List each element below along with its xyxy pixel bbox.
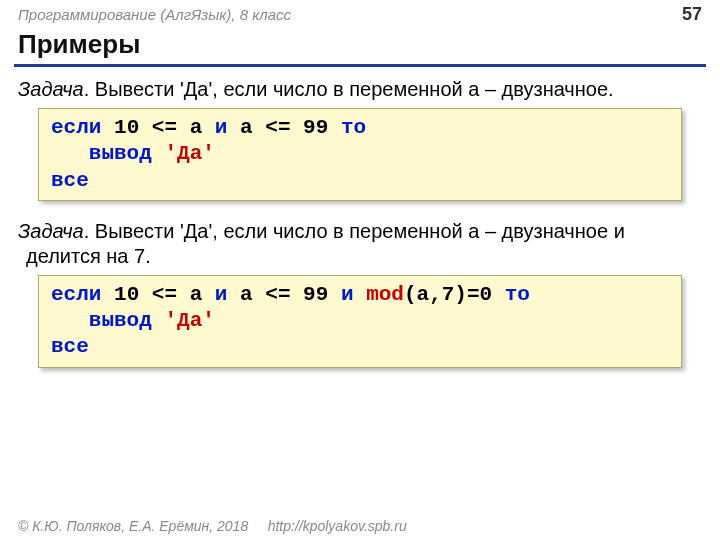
task-2-label: Задача (18, 220, 84, 242)
kw-out: вывод (89, 142, 152, 165)
task-1: Задача. Вывести 'Да', если число в перем… (18, 77, 702, 102)
code-string: 'Да' (164, 142, 214, 165)
code-text: (a,7)=0 (404, 283, 505, 306)
code-block-2: если 10 <= a и a <= 99 и mod(a,7)=0 то в… (38, 275, 682, 368)
task-2-text: . Вывести 'Да', если число в переменной … (26, 220, 625, 267)
task-1-text: . Вывести 'Да', если число в переменной … (84, 78, 614, 100)
kw-then: то (505, 283, 530, 306)
kw-if: если (51, 116, 101, 139)
footer-copyright: © К.Ю. Поляков, Е.А. Ерёмин, 2018 (18, 518, 248, 534)
code-space (354, 283, 367, 306)
title-underline (14, 64, 706, 67)
code-indent (51, 142, 89, 165)
kw-and: и (215, 283, 228, 306)
code-text: 10 (101, 116, 151, 139)
code-block-1: если 10 <= a и a <= 99 то вывод 'Да' все (38, 108, 682, 201)
kw-end: все (51, 169, 89, 192)
task-1-label: Задача (18, 78, 84, 100)
code-text: <= a (152, 116, 215, 139)
kw-end: все (51, 335, 89, 358)
footer: © К.Ю. Поляков, Е.А. Ерёмин, 2018 http:/… (18, 518, 407, 534)
code-fn-mod: mod (366, 283, 404, 306)
content: Задача. Вывести 'Да', если число в перем… (0, 77, 720, 368)
kw-out: вывод (89, 309, 152, 332)
code-text: a (227, 283, 265, 306)
task-2: Задача. Вывести 'Да', если число в перем… (18, 219, 702, 269)
code-text: <= 99 (265, 283, 341, 306)
code-string: 'Да' (164, 309, 214, 332)
kw-if: если (51, 283, 101, 306)
page-title: Примеры (0, 27, 720, 64)
code-text: <= 99 (265, 116, 341, 139)
code-space (152, 309, 165, 332)
page-number: 57 (682, 4, 702, 25)
code-space (152, 142, 165, 165)
course-label: Программирование (АлгЯзык), 8 класс (18, 6, 291, 23)
kw-then: то (341, 116, 366, 139)
footer-link[interactable]: http://kpolyakov.spb.ru (268, 518, 407, 534)
code-text: a (227, 116, 265, 139)
code-text: <= a (152, 283, 215, 306)
header-bar: Программирование (АлгЯзык), 8 класс 57 (0, 0, 720, 27)
code-indent (51, 309, 89, 332)
code-text: 10 (101, 283, 151, 306)
kw-and: и (215, 116, 228, 139)
kw-and: и (341, 283, 354, 306)
